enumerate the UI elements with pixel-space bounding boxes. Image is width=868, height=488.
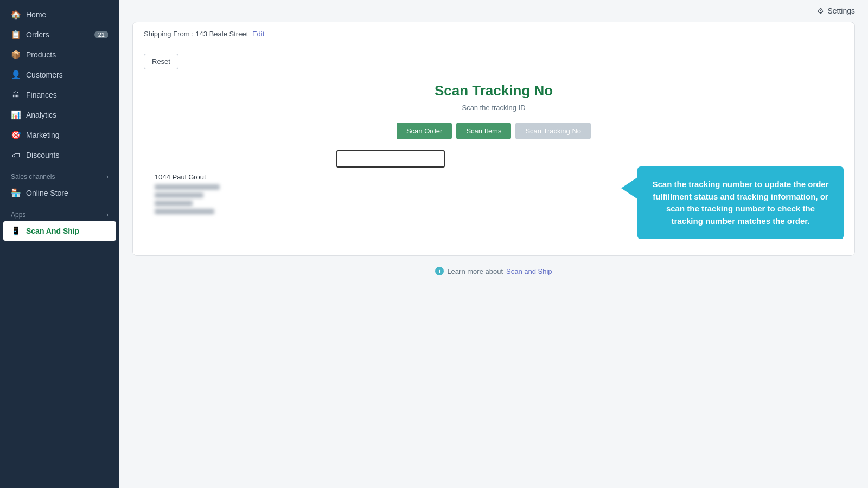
- sidebar-label-analytics: Analytics: [26, 111, 56, 119]
- products-icon: 📦: [11, 50, 21, 60]
- customer-name: 1044 Paul Grout: [155, 173, 627, 181]
- orders-badge: 21: [94, 31, 108, 38]
- scan-order-button[interactable]: Scan Order: [397, 123, 452, 139]
- online-store-icon: 🏪: [11, 188, 21, 198]
- page-area: Shipping From : 143 Beale Street Edit Re…: [119, 22, 868, 488]
- sidebar-navigation: 🏠 Home 📋 Orders 21 📦 Products 👤 Customer…: [0, 4, 119, 165]
- home-icon: 🏠: [11, 10, 21, 20]
- info-icon: i: [435, 267, 444, 275]
- callout-arrow: [621, 177, 637, 199]
- sales-channels-chevron: ›: [106, 173, 108, 181]
- learn-more-text: Learn more about: [447, 267, 503, 275]
- sidebar-sales-channels: 🏪 Online Store: [0, 183, 119, 203]
- marketing-icon: 🎯: [11, 130, 21, 140]
- sidebar-item-marketing[interactable]: 🎯 Marketing: [3, 125, 116, 145]
- sidebar-item-finances[interactable]: 🏛 Finances: [3, 85, 116, 105]
- analytics-icon: 📊: [11, 110, 21, 120]
- sidebar-label-customers: Customers: [26, 70, 63, 79]
- tracking-input[interactable]: [336, 150, 445, 168]
- address-block: 1044 Paul Grout: [144, 168, 637, 228]
- sidebar-label-scan-and-ship: Scan And Ship: [26, 227, 79, 235]
- main-content: ⚙ Settings Shipping From : 143 Beale Str…: [119, 0, 868, 488]
- edit-link[interactable]: Edit: [252, 30, 264, 38]
- finances-icon: 🏛: [11, 90, 21, 100]
- scan-buttons: Scan Order Scan Items Scan Tracking No: [144, 123, 844, 139]
- discounts-icon: 🏷: [11, 150, 21, 160]
- scan-and-ship-link[interactable]: Scan and Ship: [506, 267, 552, 275]
- sidebar-item-products[interactable]: 📦 Products: [3, 45, 116, 65]
- sidebar-item-online-store[interactable]: 🏪 Online Store: [3, 183, 116, 203]
- gear-icon: ⚙: [817, 7, 824, 15]
- address-line-2: [155, 192, 203, 198]
- sidebar-label-online-store: Online Store: [26, 189, 68, 197]
- orders-icon: 📋: [11, 30, 21, 40]
- sidebar-item-analytics[interactable]: 📊 Analytics: [3, 105, 116, 125]
- scan-and-ship-icon: 📱: [11, 226, 21, 236]
- sidebar-item-discounts[interactable]: 🏷 Discounts: [3, 145, 116, 165]
- sidebar-item-orders[interactable]: 📋 Orders 21: [3, 25, 116, 44]
- footer-info: i Learn more about Scan and Ship: [132, 267, 855, 275]
- sidebar-apps: 📱 Scan And Ship: [0, 221, 119, 241]
- apps-label: Apps: [11, 211, 25, 219]
- address-line-3: [155, 201, 193, 206]
- callout-box: Scan the tracking number to update the o…: [637, 166, 844, 239]
- sidebar-label-finances: Finances: [26, 91, 57, 99]
- settings-button[interactable]: ⚙ Settings: [817, 7, 855, 15]
- sidebar-label-marketing: Marketing: [26, 131, 59, 139]
- sidebar-label-products: Products: [26, 50, 56, 59]
- sidebar-item-customers[interactable]: 👤 Customers: [3, 65, 116, 85]
- sales-channels-section: Sales channels ›: [0, 165, 119, 183]
- shipping-bar: Shipping From : 143 Beale Street Edit: [133, 22, 854, 46]
- scan-subtitle: Scan the tracking ID: [144, 104, 844, 112]
- scan-section: Scan Tracking No Scan the tracking ID Sc…: [133, 77, 854, 255]
- sidebar-label-discounts: Discounts: [26, 151, 59, 159]
- callout-text: Scan the tracking number to update the o…: [652, 179, 828, 226]
- sidebar-label-home: Home: [26, 10, 46, 19]
- settings-label: Settings: [827, 7, 855, 15]
- sidebar: 🏠 Home 📋 Orders 21 📦 Products 👤 Customer…: [0, 0, 119, 488]
- sidebar-item-home[interactable]: 🏠 Home: [3, 5, 116, 24]
- address-line-4: [155, 209, 214, 214]
- sales-channels-label: Sales channels: [11, 173, 55, 181]
- sidebar-active-app-scan-and-ship: 📱 Scan And Ship: [3, 221, 116, 241]
- customers-icon: 👤: [11, 70, 21, 80]
- main-card: Shipping From : 143 Beale Street Edit Re…: [132, 22, 855, 256]
- topbar: ⚙ Settings: [119, 0, 868, 22]
- shipping-from-label: Shipping From :: [144, 30, 194, 38]
- scan-items-button[interactable]: Scan Items: [456, 123, 511, 139]
- shipping-address: 143 Beale Street: [195, 30, 248, 38]
- sidebar-item-scan-and-ship[interactable]: 📱 Scan And Ship: [3, 221, 116, 241]
- reset-button[interactable]: Reset: [144, 54, 178, 69]
- apps-chevron: ›: [106, 211, 108, 219]
- scan-tracking-button[interactable]: Scan Tracking No: [515, 123, 591, 139]
- sidebar-label-orders: Orders: [26, 30, 49, 39]
- apps-section: Apps ›: [0, 203, 119, 221]
- address-line-1: [155, 184, 220, 190]
- scan-title: Scan Tracking No: [144, 82, 844, 99]
